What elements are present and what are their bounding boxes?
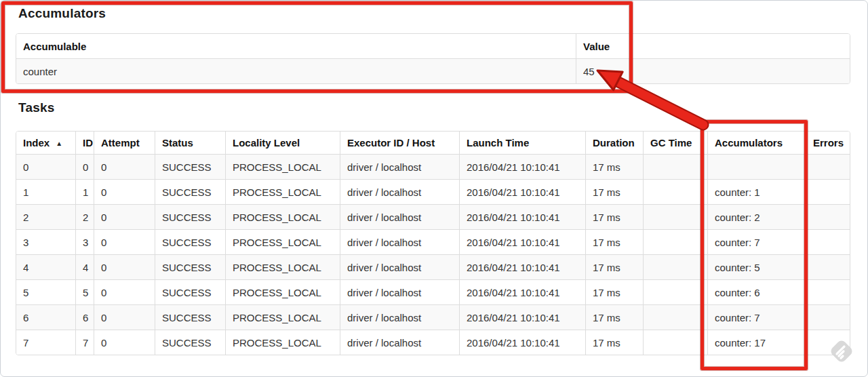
cell-index: 5 xyxy=(16,279,75,304)
col-header-attempt[interactable]: Attempt xyxy=(94,132,155,154)
cell-duration: 17 ms xyxy=(585,204,643,229)
cell-status: SUCCESS xyxy=(155,179,225,204)
table-row: 660SUCCESSPROCESS_LOCALdriver / localhos… xyxy=(16,304,850,330)
table-row: 000SUCCESSPROCESS_LOCALdriver / localhos… xyxy=(16,154,850,179)
table-row: 220SUCCESSPROCESS_LOCALdriver / localhos… xyxy=(16,204,850,229)
header-row: AccumulableValue xyxy=(16,34,850,58)
cell-executor-id-host: driver / localhost xyxy=(340,254,459,279)
cell-accumulable: counter xyxy=(16,58,576,83)
tasks-section-heading: Tasks xyxy=(18,100,54,115)
cell-id: 1 xyxy=(75,179,94,204)
col-header-id[interactable]: ID xyxy=(75,132,94,154)
col-header-label: GC Time xyxy=(650,137,692,148)
col-header-label: Index xyxy=(23,137,50,148)
cell-id: 6 xyxy=(75,304,94,330)
cell-errors xyxy=(806,204,850,229)
cell-errors xyxy=(806,154,850,179)
cell-errors xyxy=(806,330,850,355)
col-header-label: Accumulators xyxy=(715,137,783,148)
table-row: 770SUCCESSPROCESS_LOCALdriver / localhos… xyxy=(16,330,850,355)
cell-value: 45 xyxy=(576,58,850,83)
col-header-locality-level[interactable]: Locality Level xyxy=(225,132,340,154)
cell-launch-time: 2016/04/21 10:10:41 xyxy=(459,330,585,355)
cell-launch-time: 2016/04/21 10:10:41 xyxy=(459,204,585,229)
sort-ascending-icon: ▲ xyxy=(56,140,62,147)
table-row: 440SUCCESSPROCESS_LOCALdriver / localhos… xyxy=(16,254,850,279)
cell-launch-time: 2016/04/21 10:10:41 xyxy=(459,179,585,204)
cell-executor-id-host: driver / localhost xyxy=(340,204,459,229)
cell-id: 3 xyxy=(75,229,94,254)
cell-gc-time xyxy=(643,279,707,304)
cell-duration: 17 ms xyxy=(585,179,643,204)
col-header-executor-id-host[interactable]: Executor ID / Host xyxy=(340,132,459,154)
cell-accumulators: counter: 17 xyxy=(707,330,806,355)
cell-gc-time xyxy=(643,179,707,204)
cell-index: 0 xyxy=(16,154,75,179)
col-header-label: Status xyxy=(162,137,193,148)
cell-id: 0 xyxy=(75,154,94,179)
col-header-gc-time[interactable]: GC Time xyxy=(643,132,707,154)
cell-locality-level: PROCESS_LOCAL xyxy=(225,229,340,254)
col-header-label: Launch Time xyxy=(467,137,529,148)
cell-gc-time xyxy=(643,330,707,355)
col-header-accumulable[interactable]: Accumulable xyxy=(16,34,576,58)
cell-accumulators xyxy=(707,154,806,179)
cell-duration: 17 ms xyxy=(585,154,643,179)
cell-attempt: 0 xyxy=(94,229,155,254)
col-header-launch-time[interactable]: Launch Time xyxy=(459,132,585,154)
cell-gc-time xyxy=(643,154,707,179)
cell-status: SUCCESS xyxy=(155,154,225,179)
cell-executor-id-host: driver / localhost xyxy=(340,304,459,330)
col-header-label: Errors xyxy=(813,137,844,148)
cell-index: 2 xyxy=(16,204,75,229)
cell-accumulators: counter: 6 xyxy=(707,279,806,304)
table-row: counter45 xyxy=(16,58,850,83)
col-header-status[interactable]: Status xyxy=(155,132,225,154)
cell-status: SUCCESS xyxy=(155,254,225,279)
cell-attempt: 0 xyxy=(94,330,155,355)
table-row: 330SUCCESSPROCESS_LOCALdriver / localhos… xyxy=(16,229,850,254)
cell-errors xyxy=(806,304,850,330)
cell-executor-id-host: driver / localhost xyxy=(340,229,459,254)
cell-index: 4 xyxy=(16,254,75,279)
cell-duration: 17 ms xyxy=(585,330,643,355)
cell-executor-id-host: driver / localhost xyxy=(340,179,459,204)
header-row: Index▲IDAttemptStatusLocality LevelExecu… xyxy=(16,132,850,154)
col-header-label: Value xyxy=(583,41,610,52)
col-header-index[interactable]: Index▲ xyxy=(16,132,75,154)
cell-status: SUCCESS xyxy=(155,304,225,330)
col-header-label: ID xyxy=(83,137,93,148)
col-header-label: Duration xyxy=(593,137,635,148)
col-header-label: Accumulable xyxy=(23,41,86,52)
cell-accumulators: counter: 2 xyxy=(707,204,806,229)
cell-locality-level: PROCESS_LOCAL xyxy=(225,254,340,279)
cell-executor-id-host: driver / localhost xyxy=(340,279,459,304)
col-header-label: Locality Level xyxy=(233,137,300,148)
cell-launch-time: 2016/04/21 10:10:41 xyxy=(459,279,585,304)
cell-locality-level: PROCESS_LOCAL xyxy=(225,304,340,330)
cell-duration: 17 ms xyxy=(585,279,643,304)
cell-duration: 17 ms xyxy=(585,254,643,279)
cell-id: 7 xyxy=(75,330,94,355)
cell-gc-time xyxy=(643,304,707,330)
cell-duration: 17 ms xyxy=(585,304,643,330)
cell-accumulators: counter: 1 xyxy=(707,179,806,204)
cell-status: SUCCESS xyxy=(155,279,225,304)
cell-index: 3 xyxy=(16,229,75,254)
cell-launch-time: 2016/04/21 10:10:41 xyxy=(459,154,585,179)
cell-errors xyxy=(806,279,850,304)
accumulators-table: AccumulableValuecounter45 xyxy=(16,33,850,84)
col-header-duration[interactable]: Duration xyxy=(585,132,643,154)
cell-launch-time: 2016/04/21 10:10:41 xyxy=(459,229,585,254)
cell-locality-level: PROCESS_LOCAL xyxy=(225,154,340,179)
col-header-value[interactable]: Value xyxy=(576,34,850,58)
col-header-errors[interactable]: Errors xyxy=(806,132,850,154)
cell-status: SUCCESS xyxy=(155,229,225,254)
cell-id: 4 xyxy=(75,254,94,279)
cell-attempt: 0 xyxy=(94,204,155,229)
cell-accumulators: counter: 7 xyxy=(707,304,806,330)
col-header-label: Executor ID / Host xyxy=(347,137,435,148)
cell-id: 2 xyxy=(75,204,94,229)
tasks-table: Index▲IDAttemptStatusLocality LevelExecu… xyxy=(16,131,850,355)
col-header-accumulators[interactable]: Accumulators xyxy=(707,132,806,154)
